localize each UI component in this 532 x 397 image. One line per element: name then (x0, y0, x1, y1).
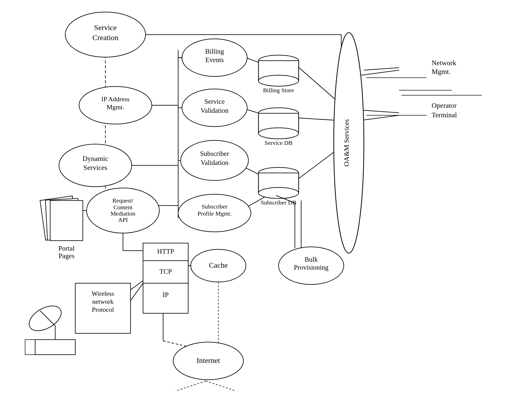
svg-text:Service: Service (94, 23, 117, 32)
svg-rect-100 (35, 340, 75, 355)
svg-text:Mgmt.: Mgmt. (107, 104, 124, 111)
svg-text:Protocol: Protocol (92, 306, 114, 313)
svg-text:Events: Events (205, 56, 224, 64)
svg-text:Services: Services (84, 164, 107, 171)
svg-text:Provisioning: Provisioning (294, 264, 328, 271)
svg-text:Bulk: Bulk (305, 256, 318, 263)
svg-text:Mgmt.: Mgmt. (432, 68, 450, 75)
svg-text:IP Address: IP Address (101, 95, 129, 103)
svg-text:network: network (92, 298, 113, 305)
svg-text:Wireless: Wireless (92, 290, 114, 297)
svg-text:Billing: Billing (205, 48, 224, 55)
svg-text:HTTP: HTTP (157, 248, 174, 255)
svg-text:Validation: Validation (201, 107, 229, 114)
svg-point-70 (258, 75, 299, 86)
svg-text:TCP: TCP (159, 268, 172, 275)
svg-text:Terminal: Terminal (432, 111, 457, 119)
svg-text:OA&M Services: OA&M Services (343, 119, 350, 167)
svg-text:Network: Network (432, 59, 456, 67)
svg-text:Operator: Operator (432, 102, 457, 109)
svg-rect-94 (50, 201, 83, 241)
svg-text:Subscriber: Subscriber (200, 150, 229, 157)
svg-text:Service DB: Service DB (264, 140, 292, 146)
svg-text:Request/: Request/ (112, 197, 134, 204)
svg-text:API: API (118, 217, 128, 223)
svg-text:Subscriber DB: Subscriber DB (261, 199, 296, 206)
svg-text:Validation: Validation (201, 159, 229, 166)
svg-point-76 (258, 128, 299, 139)
svg-text:Cache: Cache (209, 261, 228, 269)
svg-text:Creation: Creation (92, 33, 118, 42)
svg-text:Internet: Internet (196, 356, 220, 364)
svg-text:Portal: Portal (58, 245, 75, 252)
svg-text:Dynamic: Dynamic (83, 155, 108, 162)
svg-text:Subscriber: Subscriber (202, 203, 228, 210)
svg-text:Service: Service (205, 98, 225, 105)
svg-text:IP: IP (163, 291, 169, 299)
svg-text:Content: Content (113, 204, 132, 211)
svg-text:Mediation: Mediation (111, 210, 136, 217)
svg-point-82 (258, 187, 299, 198)
svg-text:Billing Store: Billing Store (263, 87, 294, 93)
diagram-container: Service Creation IP Address Mgmt. Dynami… (0, 0, 532, 397)
svg-text:Profile Mgmt.: Profile Mgmt. (197, 210, 232, 217)
svg-text:Pages: Pages (59, 252, 75, 260)
